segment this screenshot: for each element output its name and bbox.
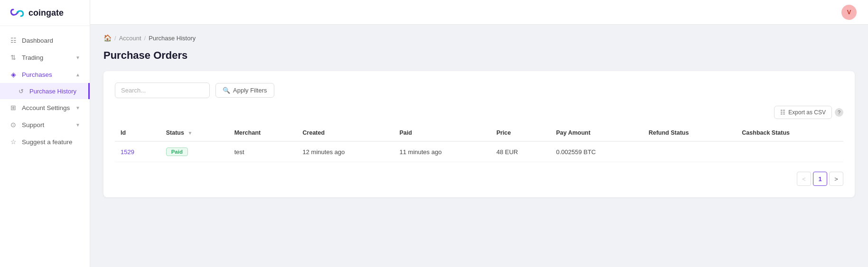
topbar: V: [90, 0, 868, 25]
order-id-link[interactable]: 1529: [121, 148, 134, 156]
sidebar-navigation: ☷ Dashboard ⇅ Trading ▼ ◈ Purchases ▲ ↺ …: [0, 26, 90, 267]
apply-filters-button[interactable]: 🔍 Apply Filters: [215, 83, 274, 98]
cell-created: 12 minutes ago: [297, 141, 394, 162]
sidebar-item-label: Dashboard: [22, 37, 53, 44]
table-row: 1529 Paid test 12 minutes ago 11 minutes…: [115, 141, 843, 162]
cell-status: Paid: [160, 141, 229, 162]
pagination-prev-button[interactable]: <: [797, 172, 811, 186]
support-icon: ⊙: [9, 121, 17, 129]
search-input[interactable]: [115, 83, 210, 98]
logo-text: coingate: [28, 8, 64, 18]
col-cashback-status: Cashback Status: [736, 125, 843, 141]
chevron-down-icon: ▼: [75, 122, 80, 128]
sidebar-item-label: Account Settings: [22, 104, 70, 111]
chevron-down-icon: ▼: [75, 55, 80, 60]
cell-refund-status: [643, 141, 737, 162]
export-label: Export as CSV: [788, 109, 826, 116]
star-icon: ☆: [9, 138, 17, 146]
breadcrumb: 🏠 / Account / Purchase History: [103, 34, 855, 42]
export-icon: ☷: [780, 109, 785, 116]
home-icon[interactable]: 🏠: [103, 34, 112, 42]
export-csv-button[interactable]: ☷ Export as CSV: [774, 106, 832, 119]
breadcrumb-sep-1: /: [114, 35, 116, 42]
sub-nav-label: Purchase History: [29, 88, 76, 95]
dashboard-icon: ☷: [9, 37, 17, 44]
sidebar-item-account-settings[interactable]: ⊞ Account Settings ▼: [0, 99, 90, 116]
cell-pay-amount: 0.002559 BTC: [551, 141, 643, 162]
cell-cashback-status: [736, 141, 843, 162]
chevron-left-icon: <: [802, 175, 806, 183]
col-price: Price: [491, 125, 551, 141]
filter-search-icon: 🔍: [223, 87, 230, 94]
chevron-up-icon: ▲: [75, 72, 80, 77]
breadcrumb-current: Purchase History: [149, 35, 196, 42]
cell-merchant: test: [229, 141, 297, 162]
purchase-orders-table: Id Status ▼ Merchant Created: [115, 125, 843, 162]
col-paid: Paid: [394, 125, 491, 141]
cell-id: 1529: [115, 141, 160, 162]
col-created: Created: [297, 125, 394, 141]
logo[interactable]: coingate: [0, 0, 90, 26]
page-number: 1: [818, 175, 821, 183]
top-actions: ☷ Export as CSV ?: [115, 106, 843, 119]
breadcrumb-sep-2: /: [144, 35, 146, 42]
chevron-down-icon: ▼: [75, 105, 80, 110]
sidebar-item-purchase-history[interactable]: ↺ Purchase History: [0, 83, 90, 99]
sidebar-item-label: Trading: [22, 54, 43, 61]
pagination: < 1 >: [115, 172, 843, 186]
breadcrumb-account[interactable]: Account: [119, 35, 141, 42]
settings-icon: ⊞: [9, 104, 17, 111]
help-icon[interactable]: ?: [835, 108, 843, 117]
purchases-icon: ◈: [9, 71, 17, 78]
avatar[interactable]: V: [841, 5, 857, 20]
status-filter-icon: ▼: [187, 130, 192, 136]
purchases-submenu: ↺ Purchase History: [0, 83, 90, 99]
sidebar-item-label: Suggest a feature: [22, 138, 73, 146]
col-id[interactable]: Id: [115, 125, 160, 141]
sidebar-item-label: Support: [22, 121, 44, 129]
main-area: V 🏠 / Account / Purchase History Purchas…: [90, 0, 868, 267]
sidebar: coingate ☷ Dashboard ⇅ Trading ▼ ◈ Purch…: [0, 0, 90, 267]
cell-paid: 11 minutes ago: [394, 141, 491, 162]
chevron-right-icon: >: [834, 175, 838, 183]
col-refund-status: Refund Status: [643, 125, 737, 141]
status-badge: Paid: [166, 147, 188, 156]
history-icon: ↺: [17, 87, 25, 95]
purchase-orders-card: 🔍 Apply Filters ☷ Export as CSV ? Id: [103, 71, 855, 197]
cell-price: 48 EUR: [491, 141, 551, 162]
sidebar-item-dashboard[interactable]: ☷ Dashboard: [0, 32, 90, 49]
content-area: 🏠 / Account / Purchase History Purchase …: [90, 25, 868, 267]
pagination-next-button[interactable]: >: [829, 172, 843, 186]
sidebar-item-trading[interactable]: ⇅ Trading ▼: [0, 49, 90, 66]
col-pay-amount: Pay Amount: [551, 125, 643, 141]
filters-row: 🔍 Apply Filters: [115, 83, 843, 98]
logo-icon: [9, 8, 25, 18]
col-merchant: Merchant: [229, 125, 297, 141]
trading-icon: ⇅: [9, 54, 17, 61]
pagination-page-1-button[interactable]: 1: [813, 172, 827, 186]
col-status[interactable]: Status ▼: [160, 125, 229, 141]
sidebar-item-purchases[interactable]: ◈ Purchases ▲: [0, 66, 90, 83]
page-title: Purchase Orders: [103, 49, 855, 62]
apply-filters-label: Apply Filters: [233, 87, 267, 94]
sidebar-item-label: Purchases: [22, 71, 52, 78]
sidebar-item-suggest[interactable]: ☆ Suggest a feature: [0, 133, 90, 150]
sidebar-item-support[interactable]: ⊙ Support ▼: [0, 116, 90, 133]
